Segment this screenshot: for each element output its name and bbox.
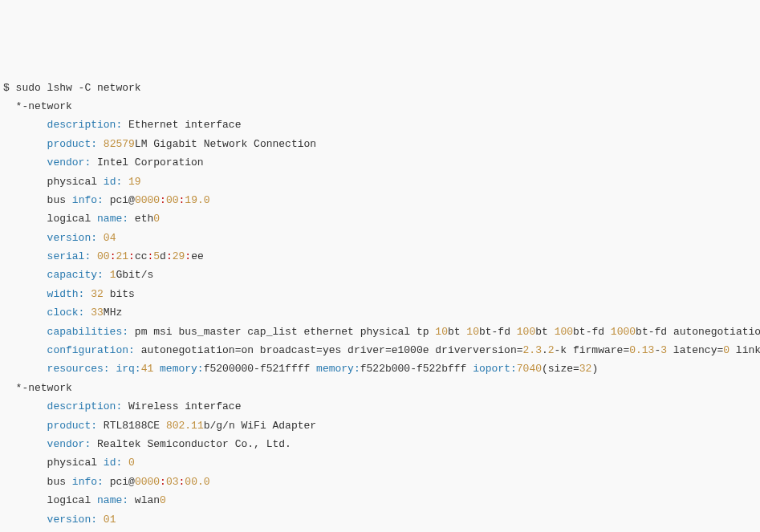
text: Gbit/s (116, 269, 153, 281)
num: 5 (153, 250, 160, 262)
num: 100 (555, 326, 573, 338)
text: pci@ (110, 194, 135, 206)
text: bt (535, 326, 548, 338)
field-value: Wireless interface (128, 400, 241, 412)
field-label: description: (47, 119, 123, 131)
text: f5200000-f521ffff (204, 363, 311, 375)
num: 7040 (517, 363, 542, 375)
field-label: vendor: (47, 156, 91, 169)
text: ioport: (466, 363, 516, 375)
colon: : (160, 476, 166, 488)
num: 29 (173, 250, 185, 262)
field-label: capacity: (47, 269, 104, 281)
text: MHz (104, 307, 122, 319)
field-label: physical (47, 176, 97, 188)
field-label: logical (47, 494, 91, 506)
text: b/g/n WiFi Adapter (204, 420, 316, 432)
field-label: info: (72, 476, 104, 488)
terminal-output: $ sudo lshw -C network *-network descrip… (3, 79, 757, 532)
field-label: description: (47, 400, 123, 412)
num: 0 (160, 494, 166, 506)
num: 100 (517, 326, 535, 338)
field-value: Intel Corporation (97, 156, 204, 169)
colon: : (128, 250, 135, 262)
field-label: configuration: (47, 344, 135, 356)
colon: : (160, 194, 166, 206)
text: ee (191, 250, 204, 262)
field-label: serial: (47, 250, 91, 262)
num: 802.11 (166, 420, 204, 432)
num: 00.0 (185, 476, 209, 488)
num: 19.0 (185, 194, 209, 206)
text: eth (135, 213, 153, 225)
text: bt (448, 326, 461, 338)
text: bt-fd (479, 326, 510, 338)
num: 32 (579, 363, 592, 375)
text: RTL8188CE (104, 420, 160, 432)
text: cc (135, 250, 148, 262)
field-value: Realtek Semiconductor Co., Ltd. (97, 438, 291, 450)
text: (size= (542, 363, 579, 375)
field-label: width: (47, 288, 85, 300)
field-label: product: (47, 420, 97, 432)
num: 03 (166, 476, 179, 488)
field-label: bus (47, 194, 66, 206)
text: memory: (310, 363, 360, 375)
num: 19 (128, 176, 141, 188)
command-line: $ sudo lshw -C network (3, 82, 141, 94)
text: bt-fd autonegotiation (636, 326, 760, 338)
field-label: physical (47, 457, 97, 469)
num: 82579 (104, 138, 135, 150)
field-label: product: (47, 138, 97, 150)
text: link= (730, 344, 760, 356)
num: 0 (128, 457, 135, 469)
field-label: id: (104, 457, 122, 469)
text: bits (110, 288, 135, 300)
num: 00 (166, 194, 179, 206)
field-label: vendor: (47, 438, 91, 450)
text: d (160, 250, 166, 262)
text: pm msi bus_master cap_list ethernet phys… (135, 326, 429, 338)
num: 32 (91, 288, 104, 300)
num: 0000 (135, 476, 160, 488)
device-header: *-network (3, 100, 72, 112)
text: ) (591, 363, 598, 375)
text: autonegotiation=on broadcast=yes driver=… (141, 344, 523, 356)
field-label: logical (47, 213, 91, 225)
text: . (542, 344, 548, 356)
num: 41 (141, 363, 154, 375)
num: 0 (153, 213, 160, 225)
field-label: resources: (47, 363, 110, 375)
text: wlan (135, 494, 160, 506)
field-label: version: (47, 514, 97, 526)
text: latency= (667, 344, 723, 356)
num: 10 (466, 326, 479, 338)
num: 2 (548, 344, 555, 356)
field-label: capabilities: (47, 326, 128, 338)
text: f522b000-f522bfff (360, 363, 467, 375)
text: irq: (116, 363, 140, 375)
num: 10 (435, 326, 448, 338)
colon: : (185, 250, 191, 262)
field-label: id: (104, 176, 122, 188)
num: 0 (723, 344, 730, 356)
field-label: bus (47, 476, 66, 488)
num: 3 (660, 344, 667, 356)
field-value: Ethernet interface (128, 119, 241, 131)
field-label: version: (47, 232, 97, 244)
field-label: info: (72, 194, 104, 206)
device-header: *-network (3, 382, 72, 394)
text: pci@ (110, 476, 135, 488)
num: 00 (97, 250, 110, 262)
num: 21 (116, 250, 128, 262)
text: memory: (153, 363, 203, 375)
num: 0000 (135, 194, 160, 206)
colon: : (166, 250, 173, 262)
num: 0.13 (629, 344, 654, 356)
num: 01 (104, 514, 116, 526)
text: bt-fd (573, 326, 604, 338)
num: 04 (104, 232, 116, 244)
num: 1000 (611, 326, 636, 338)
field-label: clock: (47, 307, 85, 319)
text: -k firmware= (555, 344, 630, 356)
